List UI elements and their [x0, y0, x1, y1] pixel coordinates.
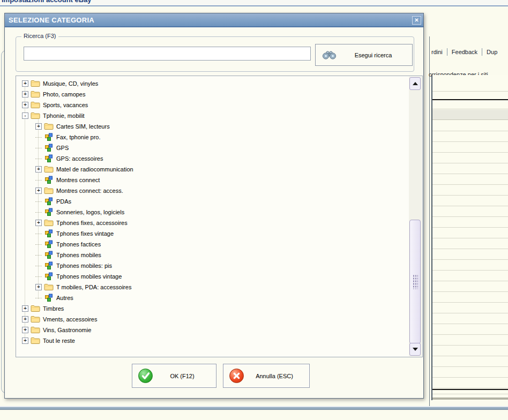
bg-tab[interactable]: Feedback — [452, 49, 477, 55]
tree-item-label: Tout le reste — [43, 338, 75, 344]
bg-tabs: rdiniFeedbackDup — [431, 48, 497, 56]
tree-connector — [35, 201, 42, 202]
scrollbar-thumb[interactable] — [409, 220, 421, 344]
check-circle-icon — [138, 369, 153, 383]
folder-icon — [30, 112, 40, 119]
tree-item-label: Tphonie, mobilit — [43, 112, 85, 119]
category-tree: +Musique, CD, vinyles+Photo, camopes+Spo… — [16, 76, 423, 357]
expander-icon[interactable]: + — [35, 188, 42, 194]
bg-tab[interactable]: Dup — [487, 49, 497, 55]
folder-icon — [43, 283, 54, 291]
tree-item[interactable]: +Matel de radiocommunication — [16, 164, 408, 175]
expander-icon[interactable]: + — [22, 91, 28, 98]
expander-icon[interactable]: + — [22, 102, 28, 108]
parent-window-title: Impostazioni account eBay — [2, 0, 92, 4]
ok-button-label: OK (F12) — [153, 373, 216, 379]
bg-table-line — [432, 109, 508, 109]
tree-item-label: Tphones fixes, accessoires — [56, 220, 128, 226]
expander-icon[interactable]: + — [35, 166, 42, 172]
bg-table-heavy-line — [432, 389, 508, 390]
tree-item-label: Vins, Gastronomie — [43, 327, 91, 333]
search-group-label: Ricerca (F3) — [21, 33, 58, 39]
tree-item[interactable]: GPS: accessoires — [16, 153, 408, 164]
folder-icon — [30, 326, 40, 334]
ok-button[interactable]: OK (F12) — [132, 364, 216, 388]
tree-item[interactable]: Tphones mobiles vintage — [16, 271, 408, 282]
category-cubes-icon — [43, 154, 54, 163]
tree-item[interactable]: Tphones mobiles: pis — [16, 260, 408, 271]
category-cubes-icon — [43, 176, 54, 184]
folder-icon — [30, 91, 40, 98]
tab-separator — [482, 48, 482, 56]
selezione-categoria-dialog: SELEZIONE CATEGORIA ✕ Ricerca (F3) — [4, 13, 424, 399]
dialog-title: SELEZIONE CATEGORIA — [9, 16, 94, 24]
tree-item-label: Sonneries, logos, logiciels — [56, 209, 124, 215]
tree-item[interactable]: +Photo, camopes — [16, 89, 408, 100]
tree-item[interactable]: +Sports, vacances — [16, 100, 408, 110]
tree-item[interactable]: Autres — [16, 292, 408, 303]
tab-separator — [447, 48, 447, 56]
tree-item-label: Vments, accessoires — [43, 316, 97, 322]
category-cubes-icon — [43, 197, 54, 206]
expander-icon[interactable]: + — [22, 316, 28, 322]
tree-item[interactable]: GPS — [16, 142, 408, 153]
category-cubes-icon — [43, 229, 54, 238]
folder-icon — [30, 337, 40, 344]
expander-icon[interactable]: + — [22, 305, 28, 312]
tree-item[interactable]: +Tphones fixes, accessoires — [16, 218, 408, 228]
tree-item-label: GPS — [56, 145, 69, 151]
tree-item-label: Sports, vacances — [43, 102, 88, 108]
tree-item[interactable]: Montres connect — [16, 175, 408, 185]
tree-item[interactable]: Tphones mobiles — [16, 250, 408, 260]
tree-item[interactable]: +Vins, Gastronomie — [16, 325, 408, 335]
bg-table-heavy-line — [432, 99, 508, 100]
tree-item-label: Autres — [56, 295, 73, 301]
tree-item-label: Musique, CD, vinyles — [43, 80, 98, 87]
category-cubes-icon — [43, 144, 54, 152]
tree-item[interactable]: +Montres connect: access. — [16, 185, 408, 196]
app-window: Impostazioni account eBay rdiniFeedbackD… — [0, 0, 508, 420]
tree-item[interactable]: Sonneries, logos, logiciels — [16, 207, 408, 218]
tree-item-label: Tphones mobiles: pis — [56, 262, 112, 269]
expander-icon[interactable]: + — [35, 284, 42, 290]
close-icon[interactable]: ✕ — [412, 16, 421, 25]
tree-connector — [35, 298, 42, 298]
bg-tab[interactable]: rdini — [431, 49, 443, 55]
tree-item[interactable]: +Cartes SIM, lecteurs — [16, 121, 408, 132]
expander-icon[interactable]: + — [22, 338, 28, 344]
tree-connector — [35, 180, 42, 181]
search-input[interactable] — [24, 47, 311, 61]
scroll-up-icon[interactable] — [409, 77, 421, 90]
tree-item[interactable]: +Tout le reste — [16, 335, 408, 346]
folder-icon — [30, 316, 40, 323]
tree-item[interactable]: -Tphonie, mobilit — [16, 110, 408, 121]
tree-item[interactable]: +Timbres — [16, 303, 408, 314]
tree-item[interactable]: Tphones fixes vintage — [16, 228, 408, 239]
expander-icon[interactable]: + — [35, 123, 42, 130]
x-circle-icon — [229, 369, 244, 383]
tree-item[interactable]: PDAs — [16, 196, 408, 207]
expander-icon[interactable]: + — [35, 220, 42, 226]
expander-icon[interactable]: - — [22, 112, 28, 119]
tree-item[interactable]: Tphones factices — [16, 239, 408, 250]
scroll-down-icon[interactable] — [409, 343, 421, 356]
tree-item-label: Tphones factices — [56, 241, 101, 248]
tree-item[interactable]: Fax, tphonie pro. — [16, 132, 408, 142]
expander-icon[interactable]: + — [22, 327, 28, 333]
tree-item[interactable]: +T mobiles, PDA: accessoires — [16, 282, 408, 292]
tree-connector — [35, 159, 42, 159]
tree-item[interactable]: +Vments, accessoires — [16, 314, 408, 325]
tree-item-label: Matel de radiocommunication — [56, 166, 133, 172]
dialog-titlebar[interactable]: SELEZIONE CATEGORIA ✕ — [5, 13, 423, 27]
expander-icon[interactable]: + — [22, 80, 28, 87]
folder-icon — [30, 305, 40, 312]
folder-icon — [43, 219, 54, 227]
tree-item[interactable]: +Musique, CD, vinyles — [16, 78, 408, 89]
tree-scrollbar[interactable] — [409, 77, 422, 356]
search-button[interactable]: Esegui ricerca — [315, 44, 413, 66]
cancel-button[interactable]: Annulla (ESC) — [223, 364, 310, 388]
tree-item-label: Tphones mobiles vintage — [56, 273, 122, 280]
bg-table-bottom-edge — [432, 398, 508, 400]
folder-icon — [43, 166, 54, 173]
tree-connector — [35, 234, 42, 234]
